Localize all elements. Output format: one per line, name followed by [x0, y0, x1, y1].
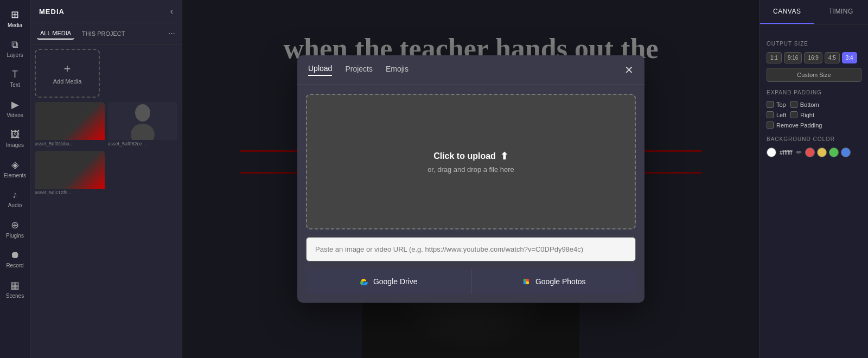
color-hex-value: #ffffff [780, 149, 792, 156]
plus-icon: + [64, 62, 71, 76]
add-media-button[interactable]: + Add Media [35, 49, 100, 98]
google-drive-button[interactable]: Google Drive [306, 269, 471, 294]
color-preset-red[interactable] [805, 148, 815, 157]
sidebar-item-elements-label: Elements [4, 172, 27, 178]
size-btn-4-5[interactable]: 4:5 [825, 52, 840, 63]
padding-top-checkbox-label[interactable]: Top [767, 101, 786, 108]
cloud-buttons: Google Drive Google Photos [306, 269, 636, 294]
media-thumb-label-1: asset_5df01bba... [35, 140, 105, 148]
google-photos-button[interactable]: Google Photos [471, 269, 636, 294]
remove-padding-checkbox[interactable] [767, 122, 774, 129]
sidebar-item-scenes-label: Scenes [6, 293, 24, 299]
google-photos-label: Google Photos [535, 277, 586, 286]
media-thumb-img-2 [108, 102, 178, 140]
sidebar-item-audio[interactable]: ♪ Audio [0, 185, 30, 213]
size-buttons: 1:1 9:16 16:9 4:5 3:4 [767, 52, 861, 63]
svg-point-0 [135, 104, 150, 122]
padding-left-checkbox[interactable] [767, 111, 774, 118]
sidebar-item-audio-label: Audio [8, 202, 22, 208]
sidebar-item-text-label: Text [10, 82, 20, 88]
media-thumb-label-2: asset_5af062ce... [108, 140, 178, 148]
media-icon: ⊞ [11, 9, 19, 21]
expand-padding-label: EXPAND PADDING [767, 90, 861, 95]
url-input[interactable] [306, 237, 636, 261]
right-tab-timing[interactable]: TIMING [814, 0, 869, 24]
media-thumb-3[interactable]: asset_5dic12f9... [35, 151, 105, 196]
tab-this-project[interactable]: THIS PROJECT [79, 28, 128, 39]
elements-icon: ◈ [11, 159, 19, 171]
media-thumb-2[interactable]: asset_5af062ce... [108, 102, 178, 148]
media-tabs: ALL MEDIA THIS PROJECT ··· [30, 23, 182, 44]
padding-right-checkbox[interactable] [790, 111, 797, 118]
size-btn-3-4[interactable]: 3:4 [842, 52, 857, 63]
upload-drop-zone[interactable]: Click to upload ⬆ or, drag and drop a fi… [306, 94, 636, 229]
color-preset-blue[interactable] [841, 148, 851, 157]
color-row: #ffffff ✏ [767, 148, 861, 157]
padding-top-checkbox[interactable] [767, 101, 774, 108]
audio-icon: ♪ [12, 189, 17, 201]
tab-more-options[interactable]: ··· [168, 29, 175, 39]
right-panel-body: OUTPUT SIZE 1:1 9:16 16:9 4:5 3:4 Custom… [760, 24, 868, 166]
padding-bottom-checkbox-label[interactable]: Bottom [790, 101, 819, 108]
color-presets [805, 148, 851, 157]
padding-right-checkbox-label[interactable]: Right [790, 111, 814, 118]
sidebar-item-media[interactable]: ⊞ Media [0, 4, 30, 33]
media-thumb-img-1 [35, 102, 105, 140]
sidebar-item-images-label: Images [6, 142, 24, 148]
remove-padding-row: Remove Padding [767, 122, 861, 129]
custom-size-button[interactable]: Custom Size [767, 68, 861, 82]
modal-overlay: Upload Projects Emojis ✕ Click to upload… [182, 0, 760, 358]
modal-header: Upload Projects Emojis ✕ [297, 55, 644, 85]
right-tab-canvas[interactable]: CANVAS [760, 0, 814, 24]
output-size-label: OUTPUT SIZE [767, 41, 861, 47]
modal-tab-projects[interactable]: Projects [345, 65, 373, 75]
google-drive-icon [359, 277, 369, 286]
videos-icon: ▶ [11, 99, 19, 111]
modal-close-button[interactable]: ✕ [624, 65, 634, 75]
modal-tab-emojis[interactable]: Emojis [386, 65, 409, 75]
plugins-icon: ⊕ [11, 219, 19, 231]
sidebar-item-layers[interactable]: ⧉ Layers [0, 35, 30, 62]
sidebar-item-text[interactable]: T Text [0, 65, 30, 92]
sidebar-item-images[interactable]: 🖼 Images [0, 125, 30, 152]
color-preset-yellow[interactable] [817, 148, 827, 157]
right-panel: CANVAS TIMING OUTPUT SIZE 1:1 9:16 16:9 … [760, 0, 868, 358]
modal-tab-upload[interactable]: Upload [308, 64, 332, 76]
media-panel-close-button[interactable]: ‹ [170, 7, 173, 16]
sidebar-item-layers-label: Layers [7, 52, 23, 58]
padding-bottom-checkbox[interactable] [790, 101, 797, 108]
size-btn-16-9[interactable]: 16:9 [804, 52, 822, 63]
google-drive-label: Google Drive [373, 277, 418, 286]
padding-left-label: Left [776, 112, 786, 118]
person-silhouette [126, 102, 159, 140]
color-preset-green[interactable] [829, 148, 839, 157]
sidebar-item-record[interactable]: ⏺ Record [0, 245, 30, 273]
size-btn-1-1[interactable]: 1:1 [767, 52, 782, 63]
padding-right-label: Right [800, 112, 814, 118]
layers-icon: ⧉ [11, 39, 18, 50]
sidebar-item-videos[interactable]: ▶ Videos [0, 94, 30, 123]
padding-left-checkbox-label[interactable]: Left [767, 111, 786, 118]
sidebar-item-plugins[interactable]: ⊕ Plugins [0, 215, 30, 243]
text-icon: T [12, 69, 18, 80]
svg-point-5 [526, 281, 529, 284]
background-color-label: BACKGROUND COLOR [767, 136, 861, 142]
edit-color-icon[interactable]: ✏ [796, 149, 802, 156]
modal-body: Click to upload ⬆ or, drag and drop a fi… [297, 85, 644, 303]
sidebar-item-record-label: Record [6, 263, 23, 268]
size-btn-9-16[interactable]: 9:16 [784, 52, 802, 63]
upload-modal: Upload Projects Emojis ✕ Click to upload… [297, 55, 644, 303]
media-panel: MEDIA ‹ ALL MEDIA THIS PROJECT ··· + Add… [30, 0, 182, 358]
sidebar-item-elements[interactable]: ◈ Elements [0, 155, 30, 183]
right-panel-tabs: CANVAS TIMING [760, 0, 868, 24]
media-panel-header: MEDIA ‹ [30, 0, 182, 23]
upload-arrow-icon: ⬆ [500, 150, 508, 162]
add-media-label: Add Media [53, 78, 82, 85]
media-thumb-label-3: asset_5dic12f9... [35, 189, 105, 196]
sidebar-item-videos-label: Videos [7, 112, 23, 118]
upload-main-text: Click to upload ⬆ [433, 150, 508, 162]
sidebar-item-scenes[interactable]: ▦ Scenes [0, 275, 30, 303]
media-thumb-1[interactable]: asset_5df01bba... [35, 102, 105, 148]
tab-all-media[interactable]: ALL MEDIA [37, 28, 74, 40]
current-color-circle[interactable] [767, 148, 776, 157]
